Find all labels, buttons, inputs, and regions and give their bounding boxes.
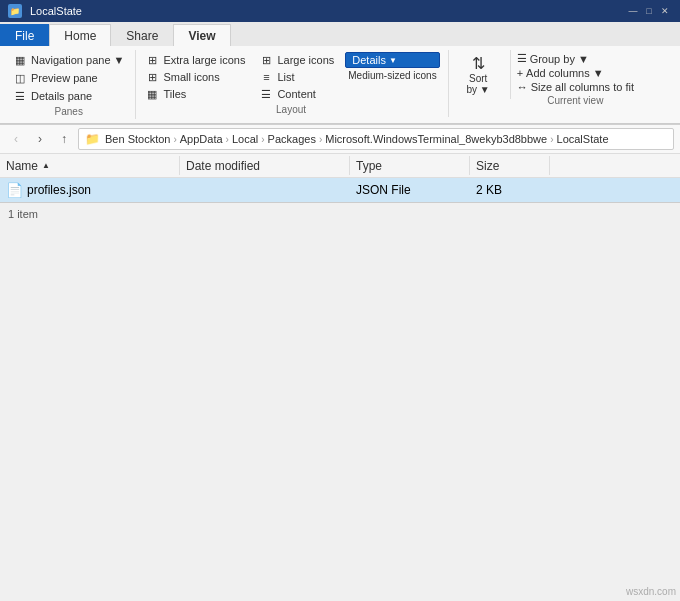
column-size-header[interactable]: Size <box>470 156 550 175</box>
forward-button[interactable]: › <box>30 129 50 149</box>
file-item-profiles-json[interactable]: 📄 profiles.json JSON File 2 KB <box>0 178 680 202</box>
panes-label: Panes <box>55 106 83 117</box>
details-pane-icon: ☰ <box>13 89 27 103</box>
tab-view[interactable]: View <box>173 24 230 46</box>
panes-content: ▦ Navigation pane ▼ ◫ Preview pane ☰ Det… <box>10 52 127 104</box>
breadcrumb-appdata[interactable]: AppData <box>180 133 223 145</box>
close-button[interactable]: ✕ <box>658 4 672 18</box>
breadcrumb-bar: 📁 Ben Stockton › AppData › Local › Packa… <box>78 128 674 150</box>
tab-file[interactable]: File <box>0 24 49 46</box>
layout-column1: ⊞ Extra large icons ⊞ Small icons ▦ Tile… <box>142 52 248 102</box>
file-size-cell: 2 KB <box>470 181 550 199</box>
ribbon-group-current-view: ☰ Group by ▼ + Add columns ▼ ↔ Size all … <box>513 50 642 108</box>
group-by-icon: ☰ <box>517 52 527 65</box>
minimize-button[interactable]: — <box>626 4 640 18</box>
json-file-icon: 📄 <box>6 182 23 198</box>
breadcrumb-packages[interactable]: Packages <box>268 133 316 145</box>
breadcrumb-user[interactable]: Ben Stockton <box>105 133 170 145</box>
details-dropdown-arrow: ▼ <box>389 56 397 65</box>
content-button[interactable]: ☰ Content <box>256 86 337 102</box>
ribbon-content: ▦ Navigation pane ▼ ◫ Preview pane ☰ Det… <box>0 46 680 124</box>
app-icon: 📁 <box>8 4 22 18</box>
navigation-bar: ‹ › ↑ 📁 Ben Stockton › AppData › Local ›… <box>0 125 680 154</box>
add-columns-button[interactable]: + Add columns ▼ <box>517 67 634 79</box>
panes-buttons: ▦ Navigation pane ▼ ◫ Preview pane ☰ Det… <box>10 52 127 104</box>
status-bar: 1 item <box>0 202 680 224</box>
folder-icon: 📁 <box>85 132 100 146</box>
add-columns-icon: + <box>517 67 523 79</box>
list-icon: ≡ <box>259 70 273 84</box>
size-columns-button[interactable]: ↔ Size all columns to fit <box>517 81 634 93</box>
list-button[interactable]: ≡ List <box>256 69 337 85</box>
preview-pane-button[interactable]: ◫ Preview pane <box>10 70 127 86</box>
title-bar-icons: 📁 <box>8 4 22 18</box>
layout-details-area: Details ▼ Medium-sized icons <box>345 52 439 82</box>
tab-share[interactable]: Share <box>111 24 173 46</box>
tiles-icon: ▦ <box>145 87 159 101</box>
main-area: Name ▲ Date modified Type Size 📄 profile… <box>0 154 680 202</box>
details-button[interactable]: Details ▼ <box>345 52 439 68</box>
layout-label: Layout <box>276 104 306 115</box>
file-name-cell: 📄 profiles.json <box>0 180 180 200</box>
small-icons-icon: ⊞ <box>145 70 159 84</box>
small-icons-button[interactable]: ⊞ Small icons <box>142 69 248 85</box>
watermark: wsxdn.com <box>626 586 676 597</box>
group-by-button[interactable]: ☰ Group by ▼ <box>517 52 634 65</box>
ribbon-group-panes: ▦ Navigation pane ▼ ◫ Preview pane ☰ Det… <box>6 50 136 119</box>
file-date-cell <box>180 188 350 192</box>
ribbon: File Home Share View ▦ Navigation pane ▼… <box>0 22 680 125</box>
title-text: LocalState <box>30 5 626 17</box>
layout-content: ⊞ Extra large icons ⊞ Small icons ▦ Tile… <box>142 52 439 102</box>
breadcrumb-local[interactable]: Local <box>232 133 258 145</box>
ribbon-group-sort: ⇅ Sort by ▼ <box>451 50 511 99</box>
column-date-header[interactable]: Date modified <box>180 156 350 175</box>
size-columns-icon: ↔ <box>517 81 528 93</box>
preview-pane-icon: ◫ <box>13 71 27 85</box>
navigation-pane-button[interactable]: ▦ Navigation pane ▼ <box>10 52 127 68</box>
layout-column2: ⊞ Large icons ≡ List ☰ Content <box>256 52 337 102</box>
file-type-cell: JSON File <box>350 181 470 199</box>
current-view-label: Current view <box>547 95 603 106</box>
content-icon: ☰ <box>259 87 273 101</box>
sort-by-button[interactable]: ⇅ Sort by ▼ <box>463 52 494 97</box>
back-button[interactable]: ‹ <box>6 129 26 149</box>
current-view-items: ☰ Group by ▼ + Add columns ▼ ↔ Size all … <box>517 52 634 93</box>
title-bar: 📁 LocalState — □ ✕ <box>0 0 680 22</box>
sort-icon: ⇅ <box>472 54 485 73</box>
column-type-header[interactable]: Type <box>350 156 470 175</box>
medium-icons-button[interactable]: Medium-sized icons <box>345 69 439 82</box>
details-pane-button[interactable]: ☰ Details pane <box>10 88 127 104</box>
breadcrumb-terminal[interactable]: Microsoft.WindowsTerminal_8wekyb3d8bbwe <box>325 133 547 145</box>
ribbon-tabs: File Home Share View <box>0 22 680 46</box>
extra-large-icons-button[interactable]: ⊞ Extra large icons <box>142 52 248 68</box>
large-icons-button[interactable]: ⊞ Large icons <box>256 52 337 68</box>
tiles-button[interactable]: ▦ Tiles <box>142 86 248 102</box>
maximize-button[interactable]: □ <box>642 4 656 18</box>
column-headers: Name ▲ Date modified Type Size <box>0 154 680 178</box>
title-controls[interactable]: — □ ✕ <box>626 4 672 18</box>
up-button[interactable]: ↑ <box>54 129 74 149</box>
extra-large-icon: ⊞ <box>145 53 159 67</box>
column-name-header[interactable]: Name ▲ <box>0 156 180 175</box>
file-list: 📄 profiles.json JSON File 2 KB Open with… <box>0 178 680 202</box>
ribbon-group-layout: ⊞ Extra large icons ⊞ Small icons ▦ Tile… <box>138 50 448 117</box>
navigation-pane-icon: ▦ <box>13 53 27 67</box>
tab-home[interactable]: Home <box>49 24 111 46</box>
large-icons-icon: ⊞ <box>259 53 273 67</box>
breadcrumb-localstate[interactable]: LocalState <box>557 133 609 145</box>
